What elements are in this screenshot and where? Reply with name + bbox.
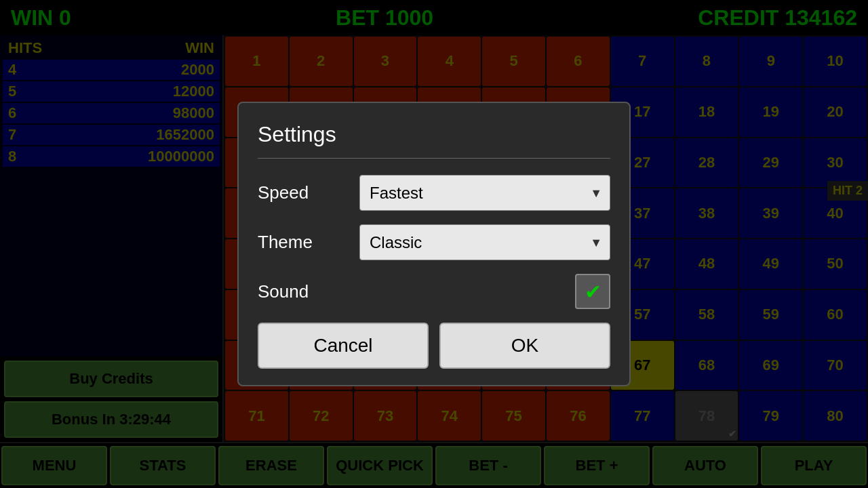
theme-row: Theme Classic Modern Dark ▼: [258, 224, 610, 260]
theme-label: Theme: [258, 232, 359, 253]
speed-select-wrapper: Fastest Fast Normal Slow ▼: [359, 175, 610, 211]
modal-buttons: Cancel OK: [258, 323, 610, 369]
speed-select[interactable]: Fastest Fast Normal Slow: [359, 175, 610, 211]
sound-label: Sound: [258, 281, 359, 302]
sound-checkbox[interactable]: ✔: [575, 274, 610, 309]
modal-divider: [258, 158, 610, 159]
theme-select-wrapper: Classic Modern Dark ▼: [359, 224, 610, 260]
sound-checkbox-wrapper: ✔: [575, 274, 610, 309]
speed-label: Speed: [258, 182, 359, 203]
sound-row: Sound ✔: [258, 274, 610, 309]
theme-select[interactable]: Classic Modern Dark: [359, 224, 610, 260]
cancel-button[interactable]: Cancel: [258, 323, 429, 369]
ok-button[interactable]: OK: [439, 323, 610, 369]
settings-modal: Settings Speed Fastest Fast Normal Slow …: [237, 102, 631, 386]
speed-row: Speed Fastest Fast Normal Slow ▼: [258, 175, 610, 211]
modal-overlay: Settings Speed Fastest Fast Normal Slow …: [0, 0, 868, 488]
modal-title: Settings: [258, 122, 610, 147]
